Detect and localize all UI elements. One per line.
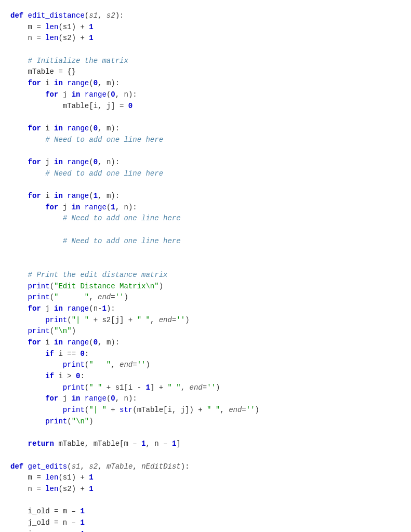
code-line: print("Edit Distance Matrix\n") [10,281,401,292]
code-line: for i in range(0, m): [10,123,401,135]
code-line: print(" " + s1[i - 1] + " ", end='') [10,382,401,394]
code-line: for j in range(0, n): [10,393,401,405]
code-line: # Need to add one line here [10,135,401,146]
code-line [10,495,401,507]
code-line: print("\n") [10,326,401,337]
code-line [10,247,401,258]
code-line: # Initialize the matrix [10,56,401,67]
code-line [10,145,401,157]
code-line: for j in range(0, n): [10,89,401,101]
code-line: n = len(s2) + 1 [10,484,401,495]
code-line: print(" ", end='') [10,292,401,303]
code-line: i_old = m – 1 [10,506,401,517]
code-line: print("| " + str(mTable[i, j]) + " ", en… [10,405,401,416]
code-line: for i in range(0, m): [10,337,401,349]
code-line: print("\n") [10,416,401,428]
code-line: if i == 0: [10,349,401,360]
code-line [10,179,401,191]
code-line: for i in range(1, m): [10,191,401,202]
code-line [10,258,401,270]
code-line: # Print the edit distance matrix [10,270,401,281]
code-line: mTable[i, j] = 0 [10,101,401,112]
code-line: for j in range(0, n): [10,157,401,168]
code-line: m = len(s1) + 1 [10,472,401,484]
code-line: i_new = m – 1 [10,529,401,532]
code-line [10,44,401,56]
code-container: def edit_distance(s1, s2): m = len(s1) +… [10,10,401,532]
code-line: j_old = n – 1 [10,517,401,529]
code-line [10,224,401,236]
code-line: n = len(s2) + 1 [10,33,401,44]
code-line: print(" ", end='') [10,360,401,371]
code-line: for i in range(0, m): [10,78,401,89]
code-line: for j in range(n-1): [10,303,401,315]
code-line: if i > 0: [10,371,401,382]
code-line [10,112,401,123]
code-line [10,450,401,461]
code-line: mTable = {} [10,66,401,78]
code-line: # Need to add one line here [10,236,401,247]
code-line: return mTable, mTable[m – 1, n – 1] [10,438,401,450]
code-line: def get_edits(s1, s2, mTable, nEditDist)… [10,461,401,473]
code-line: print("| " + s2[j] + " ", end='') [10,315,401,326]
code-line: def edit_distance(s1, s2): [10,10,401,22]
code-line: for j in range(1, n): [10,202,401,214]
code-line: m = len(s1) + 1 [10,22,401,33]
code-line: # Need to add one line here [10,168,401,180]
code-line: # Need to add one line here [10,213,401,224]
code-line [10,427,401,438]
